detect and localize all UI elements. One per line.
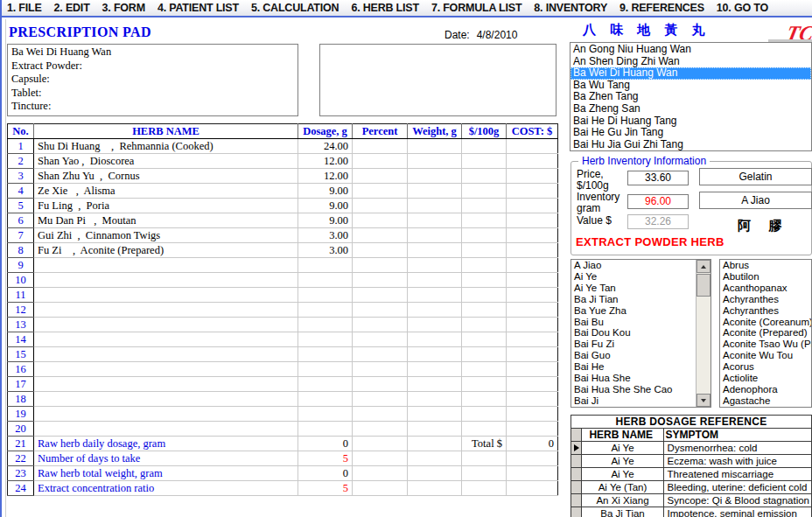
dosage-cell[interactable]: 5 bbox=[298, 481, 353, 496]
herb-pinyin-item[interactable]: Bai Fu Zi bbox=[571, 339, 710, 350]
menu-item-4[interactable]: 4. PATIENT LIST bbox=[158, 2, 239, 14]
row-number[interactable]: 15 bbox=[8, 347, 34, 362]
price-per-100g-cell[interactable] bbox=[462, 303, 507, 318]
herb-pinyin-item[interactable]: Bai He bbox=[571, 361, 710, 373]
row-number[interactable]: 2 bbox=[8, 154, 34, 169]
price-per-100g-cell[interactable] bbox=[462, 154, 507, 169]
dosage-cell[interactable] bbox=[298, 258, 353, 273]
prescription-summary-box[interactable]: Ba Wei Di Huang WanExtract Powder:Capsul… bbox=[7, 44, 298, 116]
herb-name-cell[interactable]: Extract concentration ratio bbox=[34, 481, 298, 496]
price-per-100g-cell[interactable]: Total $ bbox=[462, 437, 507, 451]
percent-cell[interactable] bbox=[353, 318, 408, 332]
cost-cell[interactable] bbox=[507, 243, 558, 258]
weight-cell[interactable] bbox=[408, 288, 462, 303]
herb-pinyin-item[interactable]: Ba Yue Zha bbox=[571, 305, 710, 317]
percent-cell[interactable] bbox=[353, 273, 408, 288]
dosage-cell[interactable] bbox=[298, 318, 353, 332]
menu-item-10[interactable]: 10. GO TO bbox=[717, 2, 768, 14]
row-selector[interactable] bbox=[571, 468, 582, 481]
cost-cell[interactable] bbox=[507, 199, 558, 213]
formula-item[interactable]: An Shen Ding Zhi Wan bbox=[570, 56, 811, 68]
dosage-reference-row[interactable]: Ai YeDysmenorrhea: cold bbox=[571, 442, 812, 455]
herb-name-cell[interactable]: Mu Dan Pi , Moutan bbox=[34, 213, 298, 228]
dosage-reference-row[interactable]: Ai YeEczema: wash with juice bbox=[571, 455, 812, 468]
formula-item[interactable]: Bai He Di Huang Tang bbox=[570, 115, 811, 128]
price-per-100g-cell[interactable] bbox=[462, 184, 507, 199]
dosage-reference-row[interactable]: Ai YeThreatened miscarriage bbox=[571, 468, 812, 481]
price-per-100g-cell[interactable] bbox=[462, 273, 507, 288]
price-per-100g-cell[interactable] bbox=[462, 362, 507, 377]
dosage-cell[interactable] bbox=[298, 392, 353, 407]
percent-cell[interactable] bbox=[353, 332, 408, 347]
scroll-up-button[interactable] bbox=[696, 260, 710, 273]
row-number[interactable]: 23 bbox=[8, 466, 34, 481]
row-number[interactable]: 11 bbox=[8, 288, 34, 303]
cost-cell[interactable] bbox=[507, 362, 558, 377]
percent-cell[interactable] bbox=[353, 199, 408, 213]
weight-cell[interactable] bbox=[408, 184, 462, 199]
percent-cell[interactable] bbox=[353, 377, 408, 392]
percent-cell[interactable] bbox=[353, 451, 408, 466]
percent-cell[interactable] bbox=[353, 347, 408, 362]
herb-name-cell[interactable] bbox=[34, 347, 298, 362]
formula-item[interactable]: Bai He Gu Jin Tang bbox=[570, 127, 811, 139]
cost-cell[interactable] bbox=[507, 184, 558, 199]
row-number[interactable]: 6 bbox=[8, 213, 34, 228]
herb-english-listbox[interactable]: AbrusAbutilonAcanthopanaxAchyranthesAchy… bbox=[719, 259, 812, 408]
percent-cell[interactable] bbox=[353, 258, 408, 273]
row-selector[interactable] bbox=[571, 494, 582, 507]
percent-cell[interactable] bbox=[353, 213, 408, 228]
row-number[interactable]: 24 bbox=[8, 481, 34, 496]
menu-item-1[interactable]: 1. FILE bbox=[7, 2, 42, 14]
dosage-cell[interactable] bbox=[298, 332, 353, 347]
dosage-reference-row[interactable]: Ai Ye (Tan)Bleeding, uterine: deficient … bbox=[571, 481, 812, 494]
row-number[interactable]: 16 bbox=[8, 362, 34, 377]
cost-cell[interactable] bbox=[507, 318, 558, 332]
formula-item[interactable]: Ba Zheng San bbox=[570, 103, 811, 115]
herb-name-cell[interactable]: Fu Ling , Poria bbox=[34, 199, 298, 213]
dosage-cell[interactable] bbox=[298, 407, 353, 422]
weight-cell[interactable] bbox=[408, 347, 462, 362]
price-per-100g-cell[interactable] bbox=[462, 466, 507, 481]
herb-english-item[interactable]: Aconite (Coreanum) bbox=[720, 317, 811, 328]
weight-cell[interactable] bbox=[408, 213, 462, 228]
herb-pinyin-listbox[interactable]: A JiaoAi YeAi Ye TanBa Ji TianBa Yue Zha… bbox=[570, 259, 711, 408]
herb-name-cell[interactable] bbox=[34, 273, 298, 288]
weight-cell[interactable] bbox=[408, 332, 462, 347]
dosage-cell[interactable] bbox=[298, 273, 353, 288]
dosage-cell[interactable]: 24.00 bbox=[298, 139, 353, 154]
cost-cell[interactable] bbox=[507, 258, 558, 273]
percent-cell[interactable] bbox=[353, 392, 408, 407]
herb-pinyin-item[interactable]: Ai Ye bbox=[571, 271, 710, 283]
herb-english-item[interactable]: Aconite Wu Tou bbox=[720, 350, 811, 361]
cost-cell[interactable]: 0 bbox=[507, 437, 558, 451]
percent-cell[interactable] bbox=[353, 154, 408, 169]
herb-pinyin-item[interactable]: Bai Ji bbox=[571, 395, 710, 407]
menu-item-8[interactable]: 8. INVENTORY bbox=[534, 2, 607, 14]
formula-item-selected[interactable]: Ba Wei Di Huang Wan bbox=[570, 67, 811, 80]
menu-item-3[interactable]: 3. FORM bbox=[102, 2, 145, 14]
weight-cell[interactable] bbox=[408, 169, 462, 184]
row-number[interactable]: 1 bbox=[8, 139, 34, 154]
weight-cell[interactable] bbox=[408, 273, 462, 288]
price-per-100g-cell[interactable] bbox=[462, 139, 507, 154]
herb-name-cell[interactable] bbox=[34, 303, 298, 318]
row-number[interactable]: 17 bbox=[8, 377, 34, 392]
weight-cell[interactable] bbox=[408, 228, 462, 243]
price-per-100g-cell[interactable] bbox=[462, 347, 507, 362]
price-per-100g-cell[interactable] bbox=[462, 451, 507, 466]
row-number[interactable]: 7 bbox=[8, 228, 34, 243]
percent-cell[interactable] bbox=[353, 362, 408, 377]
herb-name-cell[interactable]: Shan Zhu Yu , Cornus bbox=[34, 169, 298, 184]
scroll-thumb[interactable] bbox=[696, 274, 710, 297]
price-per-100g-cell[interactable] bbox=[462, 243, 507, 258]
price-per-100g-cell[interactable] bbox=[462, 288, 507, 303]
row-selector[interactable] bbox=[571, 507, 582, 517]
herb-name-cell[interactable] bbox=[34, 258, 298, 273]
weight-cell[interactable] bbox=[408, 466, 462, 481]
formula-item[interactable]: Bai Hu Jia Gui Zhi Tang bbox=[570, 139, 811, 151]
herb-name-cell[interactable]: Shan Yao , Dioscorea bbox=[34, 154, 298, 169]
percent-cell[interactable] bbox=[353, 184, 408, 199]
herb-pinyin-item[interactable]: Ai Ye Tan bbox=[571, 283, 710, 294]
weight-cell[interactable] bbox=[408, 154, 462, 169]
